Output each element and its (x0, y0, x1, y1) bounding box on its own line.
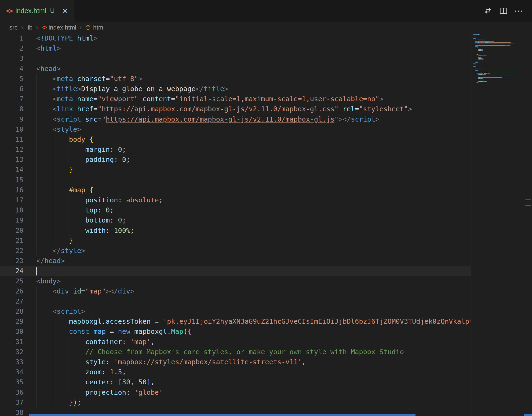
code-line[interactable]: <!DOCTYPE html> (0, 33, 471, 43)
line-number[interactable]: 24 (0, 266, 23, 276)
breadcrumb-item-index-html[interactable]: <>index.html (41, 24, 76, 31)
html-file-icon: <> (6, 7, 12, 15)
line-number[interactable]: 13 (0, 155, 23, 165)
scrollbar-corner[interactable] (524, 414, 532, 416)
code-line[interactable]: bottom: 0; (0, 215, 471, 225)
text-cursor (36, 267, 37, 276)
line-number[interactable]: 30 (0, 327, 23, 337)
line-number[interactable]: 4 (0, 64, 23, 74)
tab-index-html[interactable]: <> index.html U ✕ (0, 0, 74, 21)
code-line[interactable]: } (0, 236, 471, 246)
split-editor-icon[interactable] (497, 5, 510, 17)
line-number[interactable]: 22 (0, 246, 23, 256)
line-number[interactable]: 19 (0, 215, 23, 225)
line-number[interactable]: 5 (0, 74, 23, 84)
code-line[interactable]: <html> (0, 43, 471, 53)
breadcrumb-item-html[interactable]: html (85, 24, 104, 31)
line-number[interactable]: 9 (0, 114, 23, 124)
code-line[interactable]: container: 'map', (0, 337, 471, 347)
code-line[interactable]: style: 'mapbox://styles/mapbox/satellite… (0, 357, 471, 367)
line-number[interactable]: 34 (0, 367, 23, 377)
line-number[interactable]: 18 (0, 205, 23, 215)
line-number[interactable]: 16 (0, 185, 23, 195)
line-number[interactable]: 8 (0, 104, 23, 114)
line-number[interactable]: 23 (0, 256, 23, 266)
line-number[interactable]: 2 (0, 43, 23, 53)
breadcrumb: src›lib›<>index.html›html (0, 21, 532, 33)
line-number[interactable]: 15 (0, 175, 23, 185)
code-line[interactable] (0, 296, 471, 306)
line-number[interactable]: 26 (0, 286, 23, 296)
line-number[interactable]: 10 (0, 124, 23, 134)
code-line[interactable]: center: [30, 50], (0, 377, 471, 387)
line-number[interactable]: 6 (0, 84, 23, 94)
code-line[interactable] (0, 175, 471, 185)
code-viewport[interactable]: <!DOCTYPE html><html><head> <meta charse… (0, 33, 471, 416)
open-changes-icon[interactable] (482, 5, 494, 17)
line-number[interactable]: 20 (0, 226, 23, 236)
symbol-box-icon (85, 25, 91, 30)
line-number[interactable]: 29 (0, 317, 23, 327)
line-number[interactable]: 35 (0, 377, 23, 387)
line-number[interactable]: 38 (0, 407, 23, 416)
line-number[interactable]: 33 (0, 357, 23, 367)
line-number[interactable]: 37 (0, 397, 23, 407)
code-line[interactable]: <body> (0, 276, 471, 286)
code-line[interactable]: <style> (0, 124, 471, 134)
more-actions-icon[interactable]: ⋯ (513, 5, 525, 17)
horizontal-scrollbar[interactable] (29, 414, 416, 416)
code-line[interactable]: <script src="https://api.mapbox.com/mapb… (0, 114, 471, 124)
line-number[interactable]: 1 (0, 33, 23, 43)
git-status-badge: U (50, 7, 55, 15)
code-line[interactable]: <script> (0, 306, 471, 317)
code-line[interactable] (0, 266, 471, 276)
code-line[interactable] (0, 53, 471, 63)
line-number[interactable]: 14 (0, 165, 23, 175)
code-line[interactable]: }); (0, 397, 471, 407)
code-line[interactable]: zoom: 1.5, (0, 367, 471, 377)
chevron-right-icon: › (21, 24, 23, 31)
breadcrumb-item-src[interactable]: src (9, 24, 18, 31)
code-line[interactable]: #map { (0, 185, 471, 195)
code-line[interactable]: <div id="map"></div> (0, 286, 471, 296)
code-line[interactable]: <title>Display a globe on a webpage</tit… (0, 84, 471, 94)
minimap[interactable] (472, 33, 524, 416)
line-number[interactable]: 27 (0, 296, 23, 306)
line-number[interactable]: 3 (0, 53, 23, 63)
code-line[interactable]: body { (0, 134, 471, 145)
code-line[interactable]: const map = new mapboxgl.Map({ (0, 327, 471, 337)
code-line[interactable]: <meta name="viewport" content="initial-s… (0, 94, 471, 104)
chevron-right-icon: › (80, 24, 82, 31)
close-tab-icon[interactable]: ✕ (62, 7, 68, 15)
code-line[interactable]: position: absolute; (0, 195, 471, 205)
line-number[interactable]: 32 (0, 347, 23, 357)
code-line[interactable]: margin: 0; (0, 145, 471, 155)
code-line[interactable]: <head> (0, 64, 471, 74)
code-line[interactable]: padding: 0; (0, 155, 471, 165)
line-number[interactable]: 28 (0, 306, 23, 317)
vscode-window: <> index.html U ✕ ⋯ src›lib›<>index.html… (0, 0, 532, 416)
line-number[interactable]: 12 (0, 145, 23, 155)
line-number[interactable]: 11 (0, 134, 23, 145)
line-number[interactable]: 21 (0, 236, 23, 246)
code-editor[interactable]: <!DOCTYPE html><html><head> <meta charse… (0, 33, 532, 416)
code-line[interactable]: <meta charset="utf-8"> (0, 74, 471, 84)
code-line[interactable]: projection: 'globe' (0, 387, 471, 397)
code-line[interactable]: top: 0; (0, 205, 471, 215)
code-line[interactable]: width: 100%; (0, 226, 471, 236)
code-line[interactable]: </head> (0, 256, 471, 266)
line-number[interactable]: 25 (0, 276, 23, 286)
line-number[interactable]: 31 (0, 337, 23, 347)
code-line[interactable]: // Choose from Mapbox's core styles, or … (0, 347, 471, 357)
code-line[interactable]: <link href="https://api.mapbox.com/mapbo… (0, 104, 471, 114)
code-line[interactable]: } (0, 165, 471, 175)
tab-label: index.html (15, 7, 46, 15)
overview-ruler-mark (525, 205, 531, 206)
code-line[interactable]: mapboxgl.accessToken = 'pk.eyJ1IjoiY2hya… (0, 317, 471, 327)
chevron-right-icon: › (36, 24, 38, 31)
line-number[interactable]: 36 (0, 387, 23, 397)
line-number[interactable]: 7 (0, 94, 23, 104)
line-number[interactable]: 17 (0, 195, 23, 205)
code-line[interactable]: </style> (0, 246, 471, 256)
breadcrumb-item-lib[interactable]: lib (27, 24, 32, 31)
